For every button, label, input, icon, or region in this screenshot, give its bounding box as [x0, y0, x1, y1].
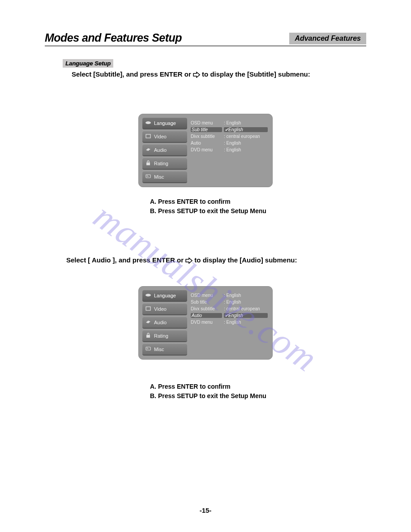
osd-row: Autio✔English	[191, 312, 268, 319]
step-b: B. Press SETUP to exit the Setup Menu	[150, 391, 366, 401]
osd-row-label: Autio	[191, 141, 222, 146]
lips-icon	[145, 293, 151, 298]
instr2-enter: ENTER	[152, 256, 175, 264]
osd-row-value: : English	[224, 300, 268, 305]
osd-tab-rating: Rating	[142, 158, 187, 170]
osd-row-label: Divx subtitle	[191, 134, 222, 139]
instr2-pre: Select [ Audio ], and press	[66, 256, 152, 264]
osd-row-value: : English	[224, 141, 268, 146]
instr1-mid: or	[184, 70, 193, 78]
osd-tab-label: Video	[154, 306, 167, 312]
osd-tab-label: Rating	[154, 333, 168, 339]
language-setup-heading: Language Setup	[63, 59, 113, 68]
osd-submenu: OSD menu: EnglishSub title: EnglishDivx …	[190, 290, 269, 356]
page-title: Modes and Features Setup	[45, 31, 182, 44]
instr2-post: to display the [Audio] submenu:	[194, 256, 297, 264]
osd-row-label: Sub title	[191, 300, 222, 305]
osd-tab-label: Rating	[154, 161, 168, 166]
osd-tab-misc: Misc	[142, 172, 187, 183]
svg-rect-2	[146, 163, 150, 165]
osd-tab-label: Video	[154, 134, 167, 139]
svg-rect-5	[146, 307, 150, 310]
osd-tab-video: Video	[142, 131, 187, 143]
osd-tab-label: Misc	[154, 174, 164, 180]
instr2-mid: or	[177, 256, 185, 264]
arrow-right-icon	[185, 257, 193, 264]
header-rule	[45, 45, 366, 47]
osd-tab-label: Language	[154, 120, 176, 126]
osd-row: DVD menu: English	[191, 146, 268, 153]
osd-tab-audio: Audio	[142, 317, 187, 329]
osd-row-value: : English	[224, 120, 268, 125]
instr1-post: to display the [Subtitle] submenu:	[202, 70, 310, 78]
osd-tab-video: Video	[142, 304, 187, 315]
instr1-enter: ENTER	[160, 70, 183, 78]
page-number: -15-	[0, 506, 411, 514]
instr1-pre: Select [Subtitle], and press	[72, 70, 160, 78]
osd-row-value: : central european	[224, 306, 268, 311]
instruction-subtitle: Select [Subtitle], and press ENTER or to…	[72, 70, 366, 78]
osd-tabs: Language Video Audio Rating Misc	[142, 290, 187, 356]
osd-row-label: Sub title	[191, 127, 222, 132]
osd-row: OSD menu: English	[191, 292, 268, 299]
osd-submenu: OSD menu: EnglishSub title✔EnglishDivx s…	[190, 118, 269, 183]
tv-icon	[145, 306, 151, 312]
osd-tab-label: Misc	[154, 347, 164, 352]
section-badge: Advanced Features	[289, 33, 366, 44]
osd-panel-subtitle: Language Video Audio Rating Misc O	[138, 114, 273, 187]
svg-point-0	[146, 121, 151, 124]
step-a: A. Press ENTER to confirm	[150, 382, 366, 391]
osd-panel-audio: Language Video Audio Rating Misc O	[138, 286, 273, 360]
osd-row: OSD menu: English	[191, 120, 268, 126]
osd-tabs: Language Video Audio Rating Misc	[142, 118, 187, 183]
instruction-audio: Select [ Audio ], and press ENTER or to …	[66, 256, 366, 264]
osd-row-label: Divx subtitle	[191, 306, 222, 311]
osd-row: Divx subtitle: central european	[191, 305, 268, 312]
osd-tab-misc: Misc	[142, 344, 187, 356]
step-b: B. Press SETUP to exit the Setup Menu	[150, 206, 366, 216]
arrow-right-icon	[193, 72, 200, 78]
osd-tab-label: Audio	[154, 147, 167, 153]
note-icon	[145, 347, 151, 352]
svg-rect-1	[146, 134, 150, 138]
horn-icon	[145, 320, 151, 325]
note-icon	[145, 174, 151, 180]
osd-row-label: DVD menu	[191, 147, 222, 152]
horn-icon	[145, 147, 151, 153]
osd-row: Sub title: English	[191, 299, 268, 305]
osd-row: Divx subtitle: central european	[191, 133, 268, 140]
osd-row-label: Autio	[191, 313, 222, 318]
osd-row-value: : English	[224, 320, 268, 325]
osd-row-label: DVD menu	[191, 320, 222, 325]
step-a: A. Press ENTER to confirm	[150, 197, 366, 206]
tv-icon	[145, 134, 151, 139]
steps-audio: A. Press ENTER to confirm B. Press SETUP…	[150, 382, 366, 401]
osd-tab-language: Language	[142, 118, 187, 129]
steps-subtitle: A. Press ENTER to confirm B. Press SETUP…	[150, 197, 366, 216]
osd-row: Sub title✔English	[191, 126, 268, 133]
osd-tab-label: Language	[154, 293, 176, 298]
osd-row-value: : English	[224, 293, 268, 298]
osd-row-value: : English	[224, 147, 268, 152]
osd-row-label: OSD menu	[191, 293, 222, 298]
osd-tab-audio: Audio	[142, 145, 187, 156]
osd-tab-language: Language	[142, 290, 187, 302]
osd-tab-rating: Rating	[142, 330, 187, 342]
osd-tab-label: Audio	[154, 320, 167, 325]
osd-row: Autio: English	[191, 140, 268, 146]
svg-rect-6	[146, 335, 150, 338]
svg-point-4	[146, 294, 151, 296]
osd-row: DVD menu: English	[191, 319, 268, 326]
osd-row-value: ✔English	[224, 313, 268, 318]
lips-icon	[145, 120, 151, 126]
osd-row-label: OSD menu	[191, 120, 222, 125]
lock-icon	[145, 333, 151, 339]
osd-row-value: ✔English	[224, 127, 268, 132]
header: Modes and Features Setup Advanced Featur…	[45, 31, 366, 44]
osd-row-value: : central european	[224, 134, 268, 139]
lock-icon	[145, 160, 151, 167]
